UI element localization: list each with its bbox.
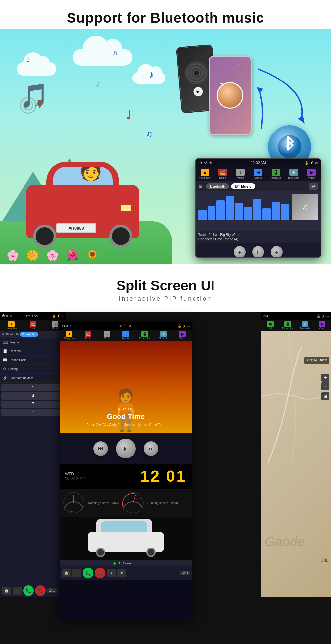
music-note5: ♪	[149, 69, 154, 80]
right-nav-list[interactable]: ⊞ list	[262, 321, 279, 330]
pause-button[interactable]: ⏸	[252, 246, 264, 258]
nav-item-bluetooth[interactable]: ⚡ Bluetooth	[285, 168, 303, 180]
nav-label: list	[269, 327, 272, 329]
answer-call-button[interactable]: 📞	[23, 585, 34, 596]
map-grid-button[interactable]: ⊞	[321, 392, 329, 400]
nav-item-phonelink[interactable]: 📱 PhoneLink	[267, 168, 285, 180]
music-note3: ♪	[96, 79, 100, 89]
screen-center: ⏻ ↺ ☀ 12:01 AM 🔒 ⚡ ▭ ▲ Navigation 📻	[60, 322, 192, 620]
bt-nav-icon: ⚡	[289, 169, 298, 176]
keypad-4[interactable]: 4	[1, 392, 65, 400]
zoom-out-button[interactable]: −	[321, 382, 329, 390]
keypad-icon: ⌨	[3, 340, 8, 345]
tab-bluetooth[interactable]: Bluetooth	[206, 183, 229, 189]
svg-text:100: 100	[139, 498, 141, 499]
settings-icon[interactable]: ⚙	[198, 184, 203, 189]
setting-label: Setting	[8, 367, 18, 371]
prev-button[interactable]: ⏮	[93, 441, 108, 456]
menu-item-keypad[interactable]: ⌨ Keypad	[0, 338, 66, 347]
nav-label: PhoneLink	[282, 327, 293, 329]
end-button[interactable]: 📞	[95, 568, 105, 578]
map-screen: 5° 东 26.44857° 0B + − ⊞ Gaode 东北	[261, 331, 331, 597]
rotating-label: Rotating speed: 0 r/min	[88, 500, 119, 506]
nav-item-applist[interactable]: ⊞ App list	[250, 168, 267, 180]
ui-screenshot-overlay: ⏻ ↺ ☀ 12:02 AM 🔒 ⚡ ▭ ▲ Navigation 📻	[195, 158, 321, 258]
right-nav-video[interactable]: ▶ Video	[313, 321, 331, 330]
nav-icon: ▲	[66, 331, 72, 337]
music-icon: ♪	[104, 331, 110, 337]
flower4: 🌺	[66, 249, 78, 261]
bt-devices-icon: ⚡	[3, 376, 8, 380]
bt-controls: ⏮ ⏸ ⏭	[196, 243, 321, 258]
right-nav-bluetooth[interactable]: ⚡ Bluetooth	[296, 321, 313, 330]
keypad-7[interactable]: 7	[1, 401, 65, 408]
recents-icon: 📋	[3, 349, 8, 353]
nav-item-video[interactable]: ▶ Video	[303, 168, 320, 180]
home-button[interactable]: 🏠	[2, 587, 11, 595]
keypad-1[interactable]: 1	[1, 384, 65, 391]
volume-control[interactable]: 🔊 1	[47, 588, 57, 593]
power-icon: ⏻	[62, 324, 65, 328]
back-button[interactable]: ←	[13, 587, 22, 595]
left-nav-radio[interactable]: 📻 Radio	[22, 321, 44, 330]
center-gauge2-svg: 0 100 40 120 km/h	[121, 491, 145, 514]
video-icon: ▶	[307, 169, 316, 176]
nav-label: Video	[319, 327, 325, 329]
nav-item-navigation[interactable]: ▲ Navigation	[196, 168, 213, 180]
center-nav-video[interactable]: ▶ Video	[173, 331, 192, 340]
menu-item-bt-devices[interactable]: ⚡ Bluetooth Devices	[0, 374, 66, 383]
suv-wheel-left	[96, 548, 105, 557]
flower3: 🌸	[46, 249, 59, 261]
home-button[interactable]: 🏠	[62, 569, 71, 577]
bt-dot	[113, 562, 116, 565]
answer-button[interactable]: 📞	[83, 568, 93, 578]
tab-btmusic[interactable]: BT Music	[231, 183, 255, 189]
up-button[interactable]: ▲	[107, 569, 116, 577]
right-nav-phonelink[interactable]: 📱 PhoneLink	[279, 321, 296, 330]
nav-label: App list	[122, 337, 130, 339]
center-nav-navigation[interactable]: ▲ Navigation	[60, 331, 79, 340]
next-button[interactable]: ⏭	[144, 441, 158, 456]
zoom-in-button[interactable]: +	[321, 374, 329, 382]
keypad-star[interactable]: *	[1, 409, 65, 416]
prev-button[interactable]: ⏮	[234, 246, 246, 258]
music-note4: ♫	[113, 49, 118, 57]
volume-control[interactable]: 🔊 1	[180, 571, 190, 575]
ui-statusbar: ⏻ ↺ ☀ 12:02 AM 🔒 ⚡ ▭	[196, 159, 321, 167]
nav-label: Bluetooth	[159, 337, 168, 339]
end-call-button[interactable]: 📞	[35, 585, 46, 596]
center-nav-radio[interactable]: 📻 Radio	[79, 331, 98, 340]
keypad-row4: *	[1, 409, 65, 416]
section1-bluetooth-music: Support for Bluetooth music 🎵 ♫ ♩ ♪ ♫ ♪ …	[0, 0, 331, 264]
bird3-icon: ⌒	[238, 62, 245, 71]
center-bottom-nav: 🏠 ← 📞 📞 ▲ ▼ 🔊 1	[60, 566, 192, 580]
center-nav-phonelink[interactable]: 📱 PhoneLink	[135, 331, 154, 340]
map-direction: 东北	[321, 558, 328, 563]
music-icon: ♪	[236, 169, 245, 176]
nav-item-music[interactable]: ♪ Music	[232, 168, 249, 180]
menu-item-phonebook[interactable]: 📖 Phone Book	[0, 356, 66, 365]
next-button[interactable]: ⏭	[271, 246, 283, 258]
menu-item-recents[interactable]: 📋 Recents	[0, 347, 66, 356]
flower1: 🌸	[7, 249, 19, 261]
settings-icon: ⚙	[2, 333, 5, 336]
small-play-button[interactable]: ▶	[193, 87, 203, 97]
flower2: 🌼	[26, 249, 39, 261]
back-button[interactable]: ↩	[309, 183, 318, 190]
nav-item-radio[interactable]: 📻 Radio	[214, 168, 231, 180]
music-background: 🧍 MUSIC Good Time Artist: Owl City,Carly…	[60, 341, 192, 433]
left-time: 12:01 AM	[26, 314, 38, 318]
play-pause-button[interactable]: ⏵	[116, 439, 136, 458]
left-nav-navigation[interactable]: ▲ Navigation	[0, 321, 22, 330]
center-nav-music[interactable]: ♪ Music	[98, 331, 117, 340]
menu-item-setting[interactable]: ⚙ Setting	[0, 365, 66, 374]
flower5: 🌻	[86, 249, 98, 261]
back-button[interactable]: ←	[72, 569, 81, 577]
lock-icon: 🔒	[305, 161, 308, 165]
down-button[interactable]: ▼	[117, 569, 126, 577]
center-sbar-right: 🔒 ⚡ ▭	[178, 324, 190, 328]
center-nav-bluetooth[interactable]: ⚡ Bluetooth	[154, 331, 173, 340]
center-nav-applist[interactable]: ⊞ App list	[117, 331, 135, 340]
keypad-row3: 7	[1, 401, 65, 408]
screen-left: ⏻ ↺ ☀ 12:01 AM 🔒 ⚡ ▭ ▲ Navigation 📻	[0, 312, 66, 597]
